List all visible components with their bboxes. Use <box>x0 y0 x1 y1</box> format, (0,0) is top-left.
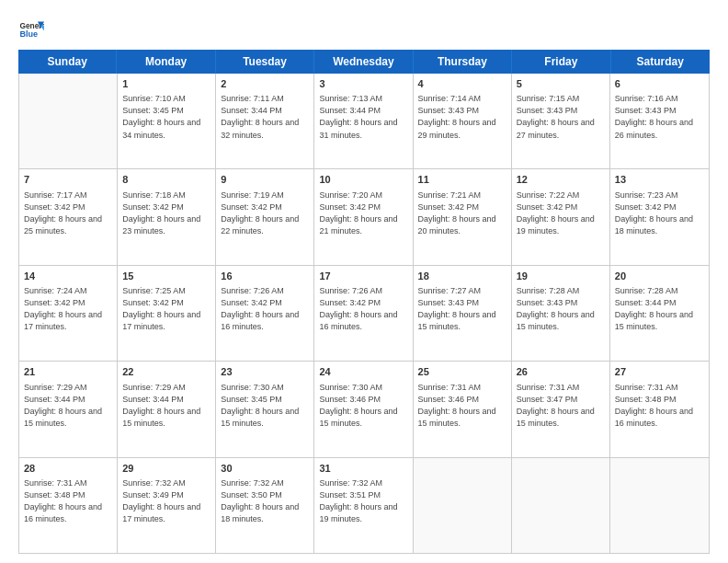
calendar-row: 21Sunrise: 7:29 AMSunset: 3:44 PMDayligh… <box>19 362 709 457</box>
calendar-cell: 20Sunrise: 7:28 AMSunset: 3:44 PMDayligh… <box>610 266 709 361</box>
calendar-cell: 14Sunrise: 7:24 AMSunset: 3:42 PMDayligh… <box>19 266 118 361</box>
cell-info: Sunrise: 7:32 AMSunset: 3:51 PMDaylight:… <box>319 477 407 525</box>
calendar-cell: 10Sunrise: 7:20 AMSunset: 3:42 PMDayligh… <box>314 169 413 264</box>
logo-icon: General Blue <box>18 17 44 42</box>
calendar-cell: 7Sunrise: 7:17 AMSunset: 3:42 PMDaylight… <box>19 169 118 264</box>
cell-info: Sunrise: 7:20 AMSunset: 3:42 PMDaylight:… <box>319 190 407 237</box>
day-number: 24 <box>319 365 407 379</box>
cell-info: Sunrise: 7:29 AMSunset: 3:44 PMDaylight:… <box>122 382 210 430</box>
cell-info: Sunrise: 7:30 AMSunset: 3:45 PMDaylight:… <box>221 382 309 430</box>
day-number: 8 <box>122 173 210 187</box>
cell-info: Sunrise: 7:29 AMSunset: 3:44 PMDaylight:… <box>24 382 112 430</box>
calendar-row: 7Sunrise: 7:17 AMSunset: 3:42 PMDaylight… <box>19 169 709 265</box>
calendar-cell: 1Sunrise: 7:10 AMSunset: 3:45 PMDaylight… <box>118 74 216 168</box>
day-number: 2 <box>221 77 309 91</box>
calendar-cell: 29Sunrise: 7:32 AMSunset: 3:49 PMDayligh… <box>118 458 216 553</box>
calendar-cell: 28Sunrise: 7:31 AMSunset: 3:48 PMDayligh… <box>19 458 118 553</box>
calendar-row: 28Sunrise: 7:31 AMSunset: 3:48 PMDayligh… <box>19 458 709 553</box>
day-number: 14 <box>24 270 112 283</box>
calendar-cell: 6Sunrise: 7:16 AMSunset: 3:43 PMDaylight… <box>610 74 709 168</box>
calendar: SundayMondayTuesdayWednesdayThursdayFrid… <box>18 50 710 554</box>
day-number: 12 <box>517 173 605 187</box>
calendar-cell <box>512 458 610 553</box>
calendar-cell: 26Sunrise: 7:31 AMSunset: 3:47 PMDayligh… <box>512 362 610 456</box>
cell-info: Sunrise: 7:26 AMSunset: 3:42 PMDaylight:… <box>221 285 309 333</box>
weekday-header: Friday <box>512 50 610 74</box>
calendar-cell: 21Sunrise: 7:29 AMSunset: 3:44 PMDayligh… <box>19 362 118 456</box>
calendar-cell: 11Sunrise: 7:21 AMSunset: 3:42 PMDayligh… <box>414 169 512 264</box>
weekday-header: Wednesday <box>314 50 413 74</box>
calendar-cell: 5Sunrise: 7:15 AMSunset: 3:43 PMDaylight… <box>512 74 610 168</box>
cell-info: Sunrise: 7:28 AMSunset: 3:43 PMDaylight:… <box>517 285 605 333</box>
calendar-cell: 30Sunrise: 7:32 AMSunset: 3:50 PMDayligh… <box>216 458 314 553</box>
day-number: 27 <box>615 365 704 379</box>
cell-info: Sunrise: 7:28 AMSunset: 3:44 PMDaylight:… <box>615 285 704 333</box>
day-number: 17 <box>319 270 407 283</box>
day-number: 11 <box>418 173 506 187</box>
cell-info: Sunrise: 7:32 AMSunset: 3:49 PMDaylight:… <box>122 477 210 525</box>
cell-info: Sunrise: 7:18 AMSunset: 3:42 PMDaylight:… <box>122 190 210 237</box>
day-number: 4 <box>418 77 506 91</box>
cell-info: Sunrise: 7:22 AMSunset: 3:42 PMDaylight:… <box>517 190 605 237</box>
day-number: 31 <box>319 462 407 476</box>
day-number: 30 <box>221 462 309 476</box>
calendar-cell: 4Sunrise: 7:14 AMSunset: 3:43 PMDaylight… <box>414 74 512 168</box>
calendar-cell: 18Sunrise: 7:27 AMSunset: 3:43 PMDayligh… <box>414 266 512 361</box>
day-number: 10 <box>319 173 407 187</box>
cell-info: Sunrise: 7:24 AMSunset: 3:42 PMDaylight:… <box>24 285 112 333</box>
cell-info: Sunrise: 7:23 AMSunset: 3:42 PMDaylight:… <box>615 190 704 237</box>
cell-info: Sunrise: 7:31 AMSunset: 3:48 PMDaylight:… <box>615 382 704 430</box>
calendar-row: 1Sunrise: 7:10 AMSunset: 3:45 PMDaylight… <box>19 74 709 169</box>
calendar-cell: 15Sunrise: 7:25 AMSunset: 3:42 PMDayligh… <box>118 266 216 361</box>
calendar-cell: 22Sunrise: 7:29 AMSunset: 3:44 PMDayligh… <box>118 362 216 456</box>
day-number: 5 <box>517 77 605 91</box>
cell-info: Sunrise: 7:31 AMSunset: 3:48 PMDaylight:… <box>24 477 112 525</box>
day-number: 3 <box>319 77 407 91</box>
day-number: 22 <box>122 365 210 379</box>
cell-info: Sunrise: 7:19 AMSunset: 3:42 PMDaylight:… <box>221 190 309 237</box>
calendar-cell: 12Sunrise: 7:22 AMSunset: 3:42 PMDayligh… <box>512 169 610 264</box>
calendar-cell: 27Sunrise: 7:31 AMSunset: 3:48 PMDayligh… <box>610 362 709 456</box>
weekday-header: Thursday <box>414 50 512 74</box>
calendar-row: 14Sunrise: 7:24 AMSunset: 3:42 PMDayligh… <box>19 266 709 362</box>
logo: General Blue <box>18 17 44 42</box>
day-number: 20 <box>615 270 704 283</box>
calendar-cell: 31Sunrise: 7:32 AMSunset: 3:51 PMDayligh… <box>314 458 413 553</box>
weekday-header: Monday <box>117 50 215 74</box>
day-number: 19 <box>517 270 605 283</box>
day-number: 9 <box>221 173 309 187</box>
calendar-body: 1Sunrise: 7:10 AMSunset: 3:45 PMDaylight… <box>18 74 710 554</box>
day-number: 16 <box>221 270 309 283</box>
cell-info: Sunrise: 7:14 AMSunset: 3:43 PMDaylight:… <box>418 93 506 141</box>
day-number: 23 <box>221 365 309 379</box>
cell-info: Sunrise: 7:26 AMSunset: 3:42 PMDaylight:… <box>319 285 407 333</box>
calendar-cell <box>19 74 118 168</box>
calendar-cell <box>414 458 512 553</box>
day-number: 1 <box>122 77 210 91</box>
day-number: 28 <box>24 462 112 476</box>
day-number: 18 <box>418 270 506 283</box>
cell-info: Sunrise: 7:27 AMSunset: 3:43 PMDaylight:… <box>418 285 506 333</box>
cell-info: Sunrise: 7:31 AMSunset: 3:47 PMDaylight:… <box>517 382 605 430</box>
calendar-cell <box>610 458 709 553</box>
day-number: 21 <box>24 365 112 379</box>
cell-info: Sunrise: 7:32 AMSunset: 3:50 PMDaylight:… <box>221 477 309 525</box>
cell-info: Sunrise: 7:13 AMSunset: 3:44 PMDaylight:… <box>319 93 407 141</box>
header: General Blue <box>18 17 710 42</box>
cell-info: Sunrise: 7:15 AMSunset: 3:43 PMDaylight:… <box>517 93 605 141</box>
cell-info: Sunrise: 7:31 AMSunset: 3:46 PMDaylight:… <box>418 382 506 430</box>
cell-info: Sunrise: 7:16 AMSunset: 3:43 PMDaylight:… <box>615 93 704 141</box>
calendar-cell: 23Sunrise: 7:30 AMSunset: 3:45 PMDayligh… <box>216 362 314 456</box>
day-number: 26 <box>517 365 605 379</box>
calendar-cell: 24Sunrise: 7:30 AMSunset: 3:46 PMDayligh… <box>314 362 413 456</box>
cell-info: Sunrise: 7:10 AMSunset: 3:45 PMDaylight:… <box>122 93 210 141</box>
weekday-header: Sunday <box>18 50 117 74</box>
svg-text:Blue: Blue <box>19 29 38 39</box>
cell-info: Sunrise: 7:11 AMSunset: 3:44 PMDaylight:… <box>221 93 309 141</box>
day-number: 6 <box>615 77 704 91</box>
page: General Blue SundayMondayTuesdayWednesda… <box>0 0 728 563</box>
calendar-cell: 13Sunrise: 7:23 AMSunset: 3:42 PMDayligh… <box>610 169 709 264</box>
day-number: 7 <box>24 173 112 187</box>
day-number: 13 <box>615 173 704 187</box>
day-number: 25 <box>418 365 506 379</box>
